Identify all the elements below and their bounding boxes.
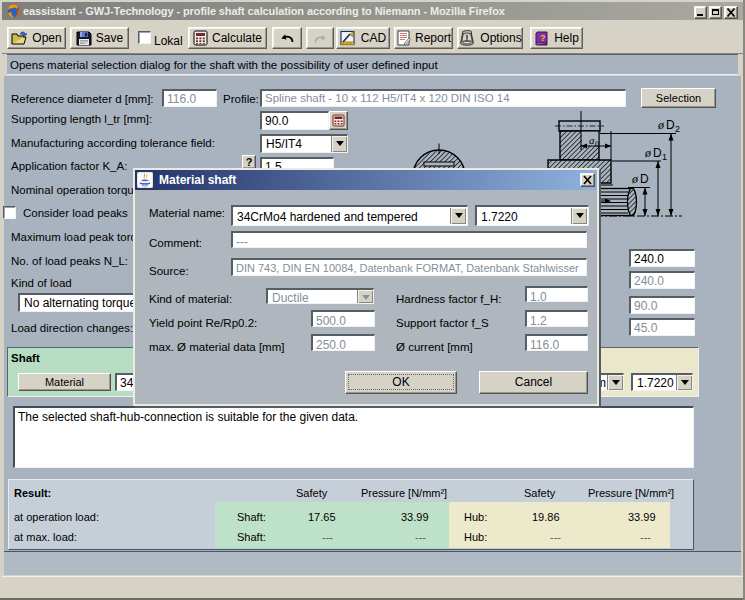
svg-text:ø: ø <box>631 172 639 186</box>
svg-text:D: D <box>666 118 675 132</box>
svg-text:D: D <box>653 146 662 160</box>
svg-text:1: 1 <box>662 152 667 162</box>
svg-text:D: D <box>640 172 649 186</box>
svg-text:2: 2 <box>675 124 680 134</box>
svg-text:?: ? <box>540 33 546 43</box>
svg-text:ø: ø <box>644 146 652 160</box>
svg-text:0: 0 <box>595 140 599 149</box>
svg-text:ø: ø <box>657 118 665 132</box>
